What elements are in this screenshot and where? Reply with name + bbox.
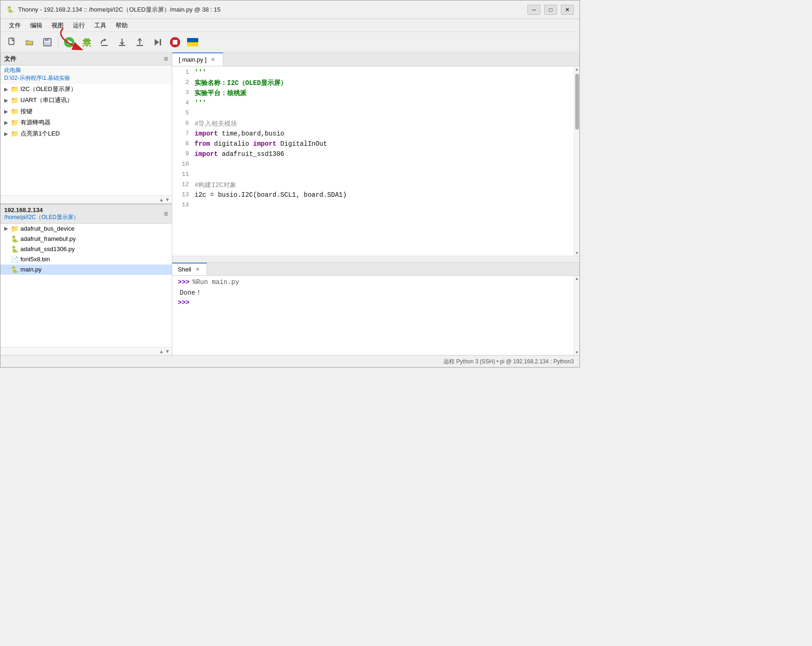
folder-label-led: 点亮第1个LED	[20, 129, 60, 138]
folder-led[interactable]: ▶ 📁 点亮第1个LED	[0, 128, 172, 139]
local-files-title: 文件	[4, 55, 16, 63]
local-label[interactable]: 此电脑	[4, 67, 21, 73]
step-over-button[interactable]	[97, 34, 112, 50]
line-num-11: 11	[172, 170, 195, 178]
resume-button[interactable]	[149, 34, 165, 50]
line-content-6: #导入相关模块	[195, 119, 574, 128]
remote-files-header: 192.168.2.134 /home/pi/I2C（OLED显示屏） ≡	[0, 205, 172, 224]
menu-tools[interactable]: 工具	[90, 20, 111, 31]
shell-tab-close[interactable]: ✕	[194, 266, 201, 273]
scroll-up-arrow[interactable]: ▲	[159, 197, 164, 202]
remote-scroll-down[interactable]: ▼	[165, 349, 170, 354]
editor-hscrollbar[interactable]	[172, 256, 579, 262]
folder-i2c[interactable]: ▶ 📁 I2C（OLED显示屏）	[0, 84, 172, 95]
folder-icon-led: 📁	[11, 130, 19, 137]
save-file-button[interactable]	[39, 34, 55, 50]
editor-scroll-thumb[interactable]	[575, 74, 579, 129]
scroll-down-arrow[interactable]: ▼	[165, 197, 170, 202]
remote-scroll-up[interactable]: ▲	[159, 349, 164, 354]
shell-tab[interactable]: Shell ✕	[172, 263, 207, 275]
local-path[interactable]: D:\02-示例程序\1.基础实验	[4, 75, 70, 81]
run-button[interactable]	[61, 34, 77, 50]
step-into-button[interactable]	[114, 34, 130, 50]
shell-scroll-up[interactable]: ▲	[574, 276, 580, 281]
svg-rect-26	[187, 38, 198, 42]
code-line-5: 5	[172, 109, 574, 119]
stop-button[interactable]	[167, 34, 183, 50]
remote-files-menu[interactable]: ≡	[164, 210, 168, 218]
editor-scroll-up-arrow[interactable]: ▲	[574, 66, 580, 72]
local-files-menu[interactable]: ≡	[164, 55, 168, 63]
flag-icon	[186, 37, 199, 47]
app-icon: 🐍	[6, 6, 14, 14]
folder-buzzer[interactable]: ▶ 📁 有源蜂鸣器	[0, 117, 172, 128]
line-num-8: 8	[172, 140, 195, 147]
close-button[interactable]: ✕	[561, 5, 574, 15]
py-icon-framebuf: 🐍	[11, 235, 19, 243]
local-files-header: 文件 ≡	[0, 52, 172, 65]
file-font5x8[interactable]: ▶ 📄 font5x8.bin	[0, 254, 172, 265]
code-line-3: 3 实验平台：核桃派	[172, 89, 574, 99]
minimize-button[interactable]: ─	[527, 5, 540, 15]
open-file-button[interactable]	[22, 34, 38, 50]
menu-view[interactable]: 视图	[47, 20, 68, 31]
menu-help[interactable]: 帮助	[111, 20, 132, 31]
svg-rect-0	[9, 38, 14, 45]
code-line-2: 2 实验名称：I2C（OLED显示屏）	[172, 78, 574, 89]
status-bar: 远程 Python 3 (SSH) • pi @ 192.168.2.134 :…	[0, 355, 579, 368]
shell-scroll-down[interactable]: ▼	[574, 349, 580, 355]
file-ssd1306[interactable]: ▶ 🐍 adafruit_ssd1306.py	[0, 244, 172, 254]
folder-toggle-bus: ▶	[4, 226, 11, 232]
shell-vscrollbar[interactable]: ▲ ▼	[574, 276, 579, 355]
line-num-12: 12	[172, 181, 195, 188]
maximize-button[interactable]: □	[544, 5, 557, 15]
folder-adafruit-bus[interactable]: ▶ 📁 adafruit_bus_device	[0, 224, 172, 234]
file-framebuf[interactable]: ▶ 🐍 adafruit_framebuf.py	[0, 234, 172, 244]
flag-button[interactable]	[185, 34, 201, 50]
svg-rect-27	[187, 42, 198, 46]
local-scroll-controls: ▲ ▼	[0, 195, 172, 203]
folder-icon-buzzer: 📁	[11, 119, 19, 126]
file-main-py[interactable]: ▶ 🐍 main.py	[0, 265, 172, 275]
folder-toggle-buzzer: ▶	[4, 120, 11, 126]
step-out-button[interactable]	[132, 34, 148, 50]
folder-icon-uart: 📁	[11, 97, 19, 104]
shell-line-1: >>> %Run main.py	[178, 278, 568, 289]
right-panel: [ main.py ] ✕ 1 ''' 2 实验名称：I2C（OLED显示屏）	[172, 52, 579, 355]
remote-ip: 192.168.2.134	[4, 207, 43, 213]
menu-run[interactable]: 运行	[68, 20, 90, 31]
line-content-14	[195, 201, 574, 201]
status-text: 远程 Python 3 (SSH) • pi @ 192.168.2.134 :…	[443, 358, 574, 366]
editor-vscrollbar[interactable]: ▲ ▼	[574, 66, 579, 256]
remote-path[interactable]: /home/pi/I2C（OLED显示屏）	[4, 214, 79, 220]
code-line-6: 6 #导入相关模块	[172, 119, 574, 129]
code-editor[interactable]: 1 ''' 2 实验名称：I2C（OLED显示屏） 3 实验平台：核桃派 4 '…	[172, 66, 574, 256]
folder-toggle-led: ▶	[4, 131, 11, 137]
folder-icon-i2c: 📁	[11, 85, 19, 93]
tab-main-py[interactable]: [ main.py ] ✕	[172, 52, 223, 66]
save-file-icon	[42, 37, 52, 47]
new-file-button[interactable]	[4, 34, 20, 50]
remote-file-list: ▶ 📁 adafruit_bus_device ▶ 🐍 adafruit_fra…	[0, 224, 172, 348]
editor-scroll-down-arrow[interactable]: ▼	[574, 250, 580, 256]
line-content-11	[195, 170, 574, 171]
remote-files-section: 192.168.2.134 /home/pi/I2C（OLED显示屏） ≡ ▶ …	[0, 205, 172, 355]
debug-button[interactable]	[79, 34, 95, 50]
shell-prompt-1: >>>	[178, 278, 189, 286]
shell-content[interactable]: >>> %Run main.py Done！ >>>	[172, 276, 574, 355]
file-label-ssd1306: adafruit_ssd1306.py	[20, 245, 75, 252]
folder-button[interactable]: ▶ 📁 按键	[0, 106, 172, 117]
tab-close-main[interactable]: ✕	[209, 56, 216, 63]
editor-scroll-area: 1 ''' 2 实验名称：I2C（OLED显示屏） 3 实验平台：核桃派 4 '…	[172, 66, 579, 256]
step-over-icon	[99, 37, 110, 47]
line-num-1: 1	[172, 68, 195, 76]
line-num-10: 10	[172, 160, 195, 168]
folder-icon-button: 📁	[11, 108, 19, 115]
folder-uart[interactable]: ▶ 📁 UART（串口通讯）	[0, 95, 172, 106]
menu-edit[interactable]: 编辑	[26, 20, 47, 31]
line-num-2: 2	[172, 78, 195, 86]
menu-bar: 文件 编辑 视图 运行 工具 帮助	[0, 19, 579, 32]
code-line-12: 12 #构建I2C对象	[172, 181, 574, 191]
open-file-icon	[25, 37, 35, 47]
menu-file[interactable]: 文件	[4, 20, 26, 31]
